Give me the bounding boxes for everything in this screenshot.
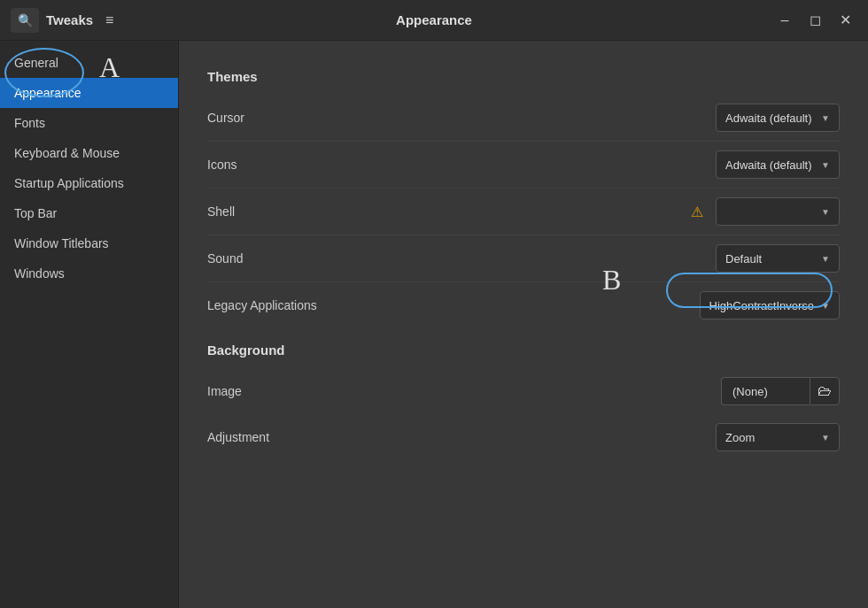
shell-label: Shell xyxy=(207,204,691,219)
sidebar-item-appearance[interactable]: Appearance xyxy=(0,78,178,108)
shell-control: ⚠ ▼ xyxy=(691,197,840,226)
adjustment-dropdown-value: Zoom xyxy=(725,431,814,444)
sidebar-item-windows[interactable]: Windows xyxy=(0,258,178,289)
icons-dropdown[interactable]: Adwaita (default) ▼ xyxy=(716,150,840,179)
shell-row: Shell ⚠ ▼ xyxy=(207,189,840,235)
adjustment-row: Adjustment Zoom ▼ xyxy=(207,414,840,460)
cursor-row: Cursor Adwaita (default) ▼ xyxy=(207,95,840,142)
sound-dropdown-arrow: ▼ xyxy=(821,254,830,264)
sound-control: Default ▼ xyxy=(716,244,840,273)
sidebar-item-label: Startup Applications xyxy=(14,176,124,190)
background-section-title: Background xyxy=(207,342,840,358)
image-browse-button[interactable]: 🗁 xyxy=(810,377,840,405)
themes-section-title: Themes xyxy=(207,69,840,84)
background-section: Background Image (None) 🗁 Adjustment Zoo… xyxy=(207,342,840,460)
titlebar-left: 🔍 Tweaks ≡ xyxy=(11,8,188,33)
sidebar-item-label: Windows xyxy=(14,266,65,281)
icons-label: Icons xyxy=(207,158,716,172)
minimize-button[interactable]: – xyxy=(772,8,797,33)
sidebar-item-label: Appearance xyxy=(14,86,81,100)
window-title: Appearance xyxy=(188,12,680,27)
titlebar-controls: – ◻ ✕ xyxy=(680,8,857,33)
sound-dropdown-value: Default xyxy=(725,252,814,266)
image-label: Image xyxy=(207,384,721,398)
sidebar-item-label: Window Titlebars xyxy=(14,236,109,250)
shell-dropdown-arrow: ▼ xyxy=(821,207,830,217)
sidebar-item-startup-applications[interactable]: Startup Applications xyxy=(0,168,178,198)
image-value: (None) xyxy=(721,377,810,405)
sidebar-item-top-bar[interactable]: Top Bar xyxy=(0,198,178,228)
sound-row: Sound Default ▼ xyxy=(207,235,840,282)
content-area: Themes Cursor Adwaita (default) ▼ Icons xyxy=(179,41,868,608)
themes-section: Themes Cursor Adwaita (default) ▼ Icons xyxy=(207,69,840,328)
sidebar: General Appearance Fonts Keyboard & Mous… xyxy=(0,41,179,608)
legacy-applications-row: Legacy Applications HighContrastInverse … xyxy=(207,282,840,328)
adjustment-control: Zoom ▼ xyxy=(716,423,840,451)
search-button[interactable]: 🔍 xyxy=(11,8,39,33)
main-layout: General Appearance Fonts Keyboard & Mous… xyxy=(0,41,868,608)
maximize-button[interactable]: ◻ xyxy=(802,8,827,33)
legacy-applications-dropdown-arrow: ▼ xyxy=(821,301,830,311)
icons-dropdown-value: Adwaita (default) xyxy=(725,158,814,172)
cursor-dropdown[interactable]: Adwaita (default) ▼ xyxy=(716,104,840,132)
content-wrapper: Themes Cursor Adwaita (default) ▼ Icons xyxy=(207,69,840,460)
cursor-dropdown-value: Adwaita (default) xyxy=(725,112,814,125)
sidebar-item-general[interactable]: General xyxy=(0,48,178,78)
icons-dropdown-arrow: ▼ xyxy=(821,160,830,170)
legacy-applications-dropdown-value: HighContrastInverse xyxy=(709,299,815,312)
sound-dropdown[interactable]: Default ▼ xyxy=(716,244,840,273)
icons-control: Adwaita (default) ▼ xyxy=(716,150,840,179)
legacy-applications-dropdown[interactable]: HighContrastInverse ▼ xyxy=(700,291,840,319)
app-title: Tweaks xyxy=(46,12,93,27)
image-control: (None) 🗁 xyxy=(721,377,840,405)
cursor-label: Cursor xyxy=(207,111,716,125)
icons-row: Icons Adwaita (default) ▼ xyxy=(207,142,840,189)
adjustment-dropdown[interactable]: Zoom ▼ xyxy=(716,423,840,451)
sidebar-item-label: Top Bar xyxy=(14,206,57,220)
cursor-dropdown-arrow: ▼ xyxy=(821,113,830,123)
shell-dropdown[interactable]: ▼ xyxy=(716,197,840,226)
sidebar-item-keyboard-mouse[interactable]: Keyboard & Mouse xyxy=(0,138,178,168)
sidebar-item-label: General xyxy=(14,56,58,70)
warning-icon: ⚠ xyxy=(691,204,703,220)
legacy-applications-control: HighContrastInverse ▼ xyxy=(700,291,840,319)
sidebar-item-label: Fonts xyxy=(14,116,45,130)
sidebar-item-window-titlebars[interactable]: Window Titlebars xyxy=(0,228,178,258)
menu-button[interactable]: ≡ xyxy=(100,9,119,32)
adjustment-label: Adjustment xyxy=(207,430,716,444)
close-button[interactable]: ✕ xyxy=(833,8,857,33)
titlebar: 🔍 Tweaks ≡ Appearance – ◻ ✕ xyxy=(0,0,868,41)
sidebar-item-label: Keyboard & Mouse xyxy=(14,146,120,160)
cursor-control: Adwaita (default) ▼ xyxy=(716,104,840,132)
image-row: Image (None) 🗁 xyxy=(207,368,840,414)
sidebar-item-fonts[interactable]: Fonts xyxy=(0,108,178,138)
sound-label: Sound xyxy=(207,251,716,266)
legacy-applications-label: Legacy Applications xyxy=(207,298,700,312)
adjustment-dropdown-arrow: ▼ xyxy=(821,433,830,443)
